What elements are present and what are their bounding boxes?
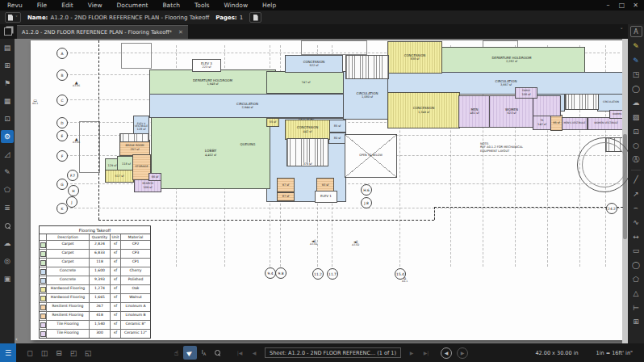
pan-tool[interactable]: ☝ bbox=[169, 346, 183, 360]
left-toolbar: ▤⊞⚑▦⊡⚙◿✎⬠≣☁◎▣ bbox=[0, 39, 15, 343]
pages-label: Pages: bbox=[215, 15, 236, 21]
last-page-icon[interactable]: ▶| bbox=[419, 350, 433, 356]
close-icon[interactable]: ✕ bbox=[178, 29, 183, 36]
room-area: 257 sf bbox=[131, 148, 140, 151]
takeoff-swatch-cell bbox=[40, 259, 47, 267]
document-dropdown[interactable]: ˅ bbox=[5, 12, 21, 23]
menu-revu[interactable]: Revu bbox=[0, 2, 30, 9]
drawing-canvas[interactable]: Flooring TakeoffDescriptionQuantityUnitM… bbox=[15, 39, 628, 343]
room-concession-442: CONCESSION442 sf bbox=[285, 120, 330, 140]
search-icon[interactable] bbox=[1, 219, 14, 232]
menu-batch[interactable]: Batch bbox=[155, 2, 187, 9]
prev-page-icon[interactable]: ◀ bbox=[247, 350, 261, 356]
highlight-tool-icon[interactable]: ✎ bbox=[629, 41, 642, 52]
circle-tool-icon[interactable]: ○ bbox=[629, 141, 642, 151]
panels-icon[interactable] bbox=[4, 27, 12, 36]
restore-button[interactable]: □ bbox=[615, 0, 629, 11]
room-roof-left bbox=[121, 43, 152, 69]
stamp-tool-icon[interactable]: Ⓐ bbox=[629, 154, 642, 165]
measure-length-tool-icon[interactable]: ⊢ bbox=[629, 302, 642, 313]
markup-list-toggle-button[interactable]: ☰ bbox=[0, 343, 16, 362]
new-page-button[interactable] bbox=[249, 12, 261, 23]
single-page-icon[interactable]: ◻ bbox=[23, 349, 37, 357]
menu-view[interactable]: View bbox=[81, 2, 110, 9]
polygon-tool-icon[interactable]: ⬠ bbox=[629, 274, 642, 284]
snapshot-tool-icon[interactable]: ⊡ bbox=[629, 126, 642, 137]
takeoff-quantity-cell: 1,540 bbox=[90, 321, 111, 329]
takeoff-row: Concrete9,393sfPolished bbox=[40, 276, 150, 285]
menu-help[interactable]: Help bbox=[255, 2, 283, 9]
grid-bubble-E: E bbox=[56, 130, 68, 141]
room-circulation-3: CIRCULATION3,667 sf bbox=[387, 72, 625, 95]
forms-icon[interactable]: ▣ bbox=[1, 272, 14, 285]
ellipse-tool-icon[interactable]: ◯ bbox=[629, 260, 642, 271]
sheet-selector[interactable]: Sheet: A1.2.0 - 2ND FLOOR REFERENC... (1… bbox=[265, 347, 401, 358]
text-tool-icon[interactable]: A bbox=[630, 26, 642, 37]
file-access-icon[interactable]: ▦ bbox=[1, 95, 14, 107]
stairs-left bbox=[119, 133, 149, 142]
dimension-tool-icon[interactable]: ↔ bbox=[629, 231, 642, 242]
next-view-button[interactable]: ▶ bbox=[457, 347, 468, 359]
scale-text: 1in = 16ft' in" bbox=[596, 350, 633, 356]
markup-icon[interactable]: ✎ bbox=[1, 166, 14, 179]
room-open-to-below: OPEN TO BELOW bbox=[345, 134, 397, 178]
layers-icon[interactable]: ≣ bbox=[1, 201, 14, 214]
measure-area-tool-icon[interactable]: ⊞ bbox=[629, 317, 642, 327]
measurements-icon[interactable]: ⚙ bbox=[1, 130, 14, 143]
takeoff-material-cell: CP1 bbox=[121, 259, 150, 267]
grid-bubble-F.7: F.7 bbox=[67, 170, 78, 181]
compare-icon[interactable]: ◎ bbox=[1, 255, 14, 267]
select-text-tool[interactable]: IA bbox=[197, 346, 211, 360]
menu-file[interactable]: File bbox=[30, 2, 55, 9]
room-women: WOMEN623 sf bbox=[489, 95, 534, 128]
menu-tools[interactable]: Tools bbox=[187, 2, 216, 9]
calibrate-icon[interactable]: ◿ bbox=[1, 148, 14, 161]
arc-tool-icon[interactable]: ⌢ bbox=[629, 203, 642, 213]
first-page-icon[interactable]: |◀ bbox=[232, 350, 247, 356]
side-by-side-icon[interactable]: ◫ bbox=[37, 349, 52, 357]
color-swatch bbox=[40, 322, 46, 328]
scroll-left-arrow[interactable]: ‹ bbox=[15, 336, 18, 343]
spaces-icon[interactable]: ⊡ bbox=[1, 112, 14, 125]
callout-tool-icon[interactable]: ◳ bbox=[629, 69, 642, 80]
takeoff-swatch-cell bbox=[40, 267, 47, 276]
cloud-tool-icon[interactable]: ☁ bbox=[629, 98, 642, 108]
menu-edit[interactable]: Edit bbox=[54, 2, 81, 9]
arrow-tool-icon[interactable]: ↗ bbox=[629, 189, 642, 200]
rectangle-tool-icon[interactable]: ▭ bbox=[629, 246, 642, 256]
thumbnails-icon[interactable]: ⊞ bbox=[1, 59, 14, 72]
close-button[interactable]: ✕ bbox=[629, 0, 642, 11]
takeoff-unit-cell: sf bbox=[111, 250, 121, 258]
shapes-icon[interactable]: ⬠ bbox=[1, 183, 14, 196]
comments-icon[interactable]: ☁ bbox=[1, 237, 14, 250]
image-tool-icon[interactable]: ▨ bbox=[629, 112, 642, 123]
color-swatch bbox=[40, 287, 46, 293]
room-room-87: 87 sf bbox=[277, 192, 295, 201]
polyline-sketch-tool-icon[interactable]: △ bbox=[629, 288, 642, 299]
room-label: WOMEN VESTIBULE bbox=[594, 122, 617, 124]
line-tool-icon[interactable]: ╱ bbox=[629, 175, 642, 185]
file-properties-icon[interactable]: ▤ bbox=[1, 41, 14, 54]
pen-tool-icon[interactable]: ✎ bbox=[629, 55, 642, 65]
takeoff-description-cell: Tile Flooring bbox=[47, 330, 90, 338]
grid-bubble-J: J bbox=[66, 196, 77, 208]
room-room-66: 66 sf bbox=[148, 173, 161, 181]
menu-document[interactable]: Document bbox=[110, 2, 156, 9]
previous-view-button[interactable]: ◀ bbox=[441, 347, 452, 359]
vertical-scrollbar[interactable] bbox=[622, 39, 628, 343]
fit-page-icon[interactable]: ◰ bbox=[66, 349, 81, 357]
chevron-down-icon[interactable]: ˅ bbox=[621, 27, 624, 34]
select-tool[interactable]: ▶ bbox=[183, 346, 197, 360]
menu-window[interactable]: Window bbox=[217, 2, 256, 9]
ellipse-annot-tool-icon[interactable]: ◯ bbox=[629, 83, 642, 94]
fit-width-icon[interactable]: ◱ bbox=[81, 349, 95, 357]
next-page-icon[interactable]: ▶ bbox=[404, 350, 419, 356]
takeoff-description-cell: Resilient Flooring bbox=[47, 303, 90, 311]
bookmarks-icon[interactable]: ⚑ bbox=[1, 77, 14, 90]
split-view-icon[interactable]: ⊟ bbox=[52, 349, 66, 357]
polyline-tool-icon[interactable]: ∿ bbox=[629, 217, 642, 228]
minimize-button[interactable]: – bbox=[601, 0, 615, 11]
tab-bar: A1.2.0 - 2ND FLOOR REFERENCE PLAN - Floo… bbox=[0, 24, 628, 39]
tab-active[interactable]: A1.2.0 - 2ND FLOOR REFERENCE PLAN - Floo… bbox=[17, 25, 188, 39]
zoom-tool[interactable] bbox=[211, 346, 224, 360]
